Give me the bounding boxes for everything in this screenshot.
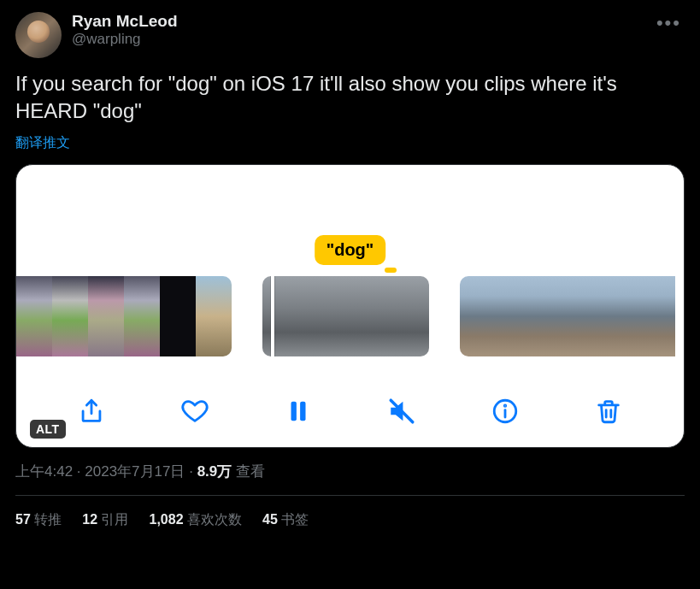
clip-frame [196, 276, 232, 356]
clip-frame [460, 276, 496, 356]
media-card[interactable]: "dog" [15, 164, 685, 448]
tweet-text: If you search for "dog" on iOS 17 it'll … [15, 70, 685, 126]
media-toolbar [16, 394, 684, 432]
handle: @warpling [72, 31, 653, 48]
author-block[interactable]: Ryan McLeod @warpling [72, 12, 653, 48]
views-count: 8.9万 [197, 463, 232, 480]
clip-frame [356, 276, 403, 356]
speaker-mute-icon [387, 397, 416, 429]
svg-point-5 [504, 405, 505, 406]
clip-frame [262, 276, 309, 356]
quotes-stat[interactable]: 12 引用 [82, 511, 128, 529]
clip-frame [124, 276, 160, 356]
clip-frame [568, 276, 603, 356]
alt-badge[interactable]: ALT [30, 420, 66, 439]
clip-frame [160, 276, 196, 356]
clip-group[interactable] [16, 276, 232, 356]
trash-icon [594, 397, 623, 429]
timeline-gap [432, 276, 456, 356]
more-icon[interactable]: ••• [653, 12, 685, 34]
caption-tick [385, 268, 397, 273]
svg-rect-1 [300, 401, 305, 421]
heart-icon [180, 397, 209, 429]
translate-link[interactable]: 翻译推文 [15, 134, 685, 152]
tweet-stats: 57 转推 12 引用 1,082 喜欢次数 45 书签 [15, 496, 685, 529]
info-icon [491, 397, 520, 429]
svg-rect-0 [291, 401, 297, 421]
share-icon [77, 397, 106, 429]
playhead[interactable] [271, 276, 274, 356]
views-label: 查看 [232, 463, 265, 480]
display-name: Ryan McLeod [72, 12, 653, 31]
share-button[interactable] [73, 394, 110, 432]
tweet-meta: 上午4:42 · 2023年7月17日 · 8.9万 查看 [15, 462, 685, 481]
clip-frame [639, 276, 675, 356]
clip-frame [496, 276, 532, 356]
clip-frame [309, 276, 356, 356]
likes-stat[interactable]: 1,082 喜欢次数 [150, 511, 243, 529]
pause-button[interactable] [279, 394, 317, 432]
search-caption-bubble: "dog" [315, 235, 386, 265]
clip-group[interactable] [262, 276, 429, 356]
delete-button[interactable] [590, 394, 627, 432]
clip-frame [532, 276, 568, 356]
pause-icon [284, 397, 313, 429]
clip-frame [603, 276, 639, 356]
clip-group[interactable] [460, 276, 675, 356]
tweet-header: Ryan McLeod @warpling ••• [15, 12, 685, 58]
tweet-container: Ryan McLeod @warpling ••• If you search … [0, 0, 700, 529]
tweet-date[interactable]: 2023年7月17日 [85, 463, 185, 480]
tweet-time[interactable]: 上午4:42 [15, 463, 73, 480]
like-button[interactable] [176, 394, 214, 432]
timeline-gap [235, 276, 259, 356]
bookmarks-stat[interactable]: 45 书签 [262, 511, 309, 529]
avatar[interactable] [15, 12, 62, 58]
mute-button[interactable] [383, 394, 421, 432]
retweets-stat[interactable]: 57 转推 [15, 511, 62, 529]
info-button[interactable] [486, 394, 524, 432]
video-timeline[interactable] [16, 276, 684, 356]
clip-frame [16, 276, 52, 356]
clip-frame [88, 276, 124, 356]
clip-frame [403, 276, 429, 356]
clip-frame [52, 276, 88, 356]
